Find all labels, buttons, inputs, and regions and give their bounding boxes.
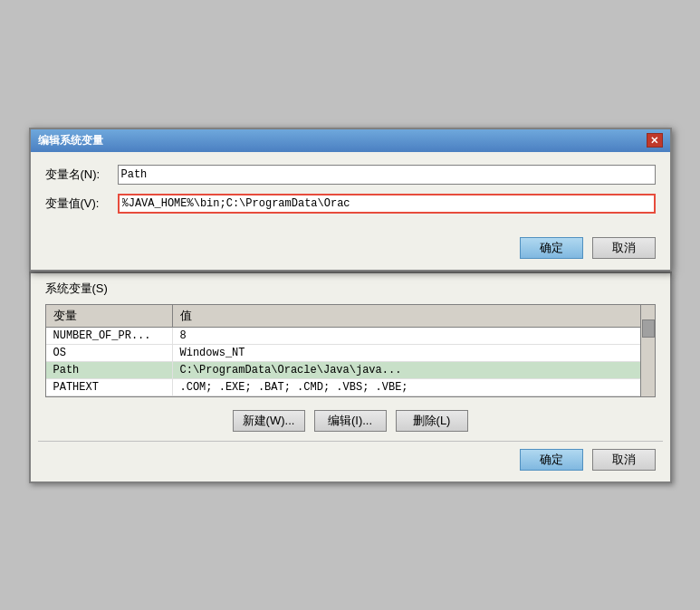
col-header-val: 值 [173,305,655,327]
table-cell-val: .COM; .EXE; .BAT; .CMD; .VBS; .VBE; [173,379,655,396]
main-confirm-button[interactable]: 确定 [520,449,583,471]
table-cell-val: C:\ProgramData\Oracle\Java\java... [173,362,655,378]
var-value-row: 变量值(V): [45,194,656,214]
edit-dialog-close-button[interactable]: ✕ [647,133,663,148]
edit-dialog-title: 编辑系统变量 [38,133,103,148]
var-value-label: 变量值(V): [45,195,118,212]
var-name-row: 变量名(N): [45,165,656,185]
table-cell-val: Windows_NT [173,345,655,361]
table-scrollbar[interactable] [640,305,655,396]
table-row[interactable]: OS Windows_NT [46,345,655,362]
table-cell-var: NUMBER_OF_PR... [46,328,173,344]
main-cancel-button[interactable]: 取消 [592,449,656,471]
edit-dialog-buttons: 确定 取消 [31,232,670,270]
delete-button[interactable]: 删除(L) [396,410,468,432]
col-header-var: 变量 [46,305,173,327]
table-row[interactable]: NUMBER_OF_PR... 8 [46,328,655,345]
main-dialog-buttons: 确定 取消 [31,442,670,481]
var-value-input[interactable] [118,194,656,214]
edit-cancel-button[interactable]: 取消 [592,237,656,259]
table-header: 变量 值 [46,305,655,328]
outer-wrapper: 编辑系统变量 ✕ 变量名(N): 变量值(V): 确定 取消 系统变量(S) 变… [29,128,672,483]
new-button[interactable]: 新建(W)... [233,410,305,432]
scrollbar-thumb [642,319,655,338]
var-name-input[interactable] [118,165,656,185]
edit-confirm-button[interactable]: 确定 [520,237,583,259]
main-dialog: 系统变量(S) 变量 值 NUMBER_OF_PR... 8 OS Window… [29,272,672,483]
table-cell-var: OS [46,345,173,361]
table-cell-val: 8 [173,328,655,344]
section-label: 系统变量(S) [31,273,670,300]
edit-dialog-titlebar: 编辑系统变量 ✕ [31,129,670,152]
edit-button[interactable]: 编辑(I)... [314,410,387,432]
table-cell-var: Path [46,362,173,378]
table-cell-var: PATHEXT [46,379,173,396]
variables-table-container: 变量 值 NUMBER_OF_PR... 8 OS Windows_NT Pat… [45,304,656,397]
var-name-label: 变量名(N): [45,167,118,183]
edit-dialog: 编辑系统变量 ✕ 变量名(N): 变量值(V): 确定 取消 [29,128,672,272]
table-row-selected[interactable]: Path C:\ProgramData\Oracle\Java\java... [46,362,655,379]
table-row[interactable]: PATHEXT .COM; .EXE; .BAT; .CMD; .VBS; .V… [46,379,655,396]
table-body[interactable]: NUMBER_OF_PR... 8 OS Windows_NT Path C:\… [46,328,655,396]
edit-dialog-body: 变量名(N): 变量值(V): [31,152,670,232]
sub-buttons: 新建(W)... 编辑(I)... 删除(L) [31,405,670,441]
